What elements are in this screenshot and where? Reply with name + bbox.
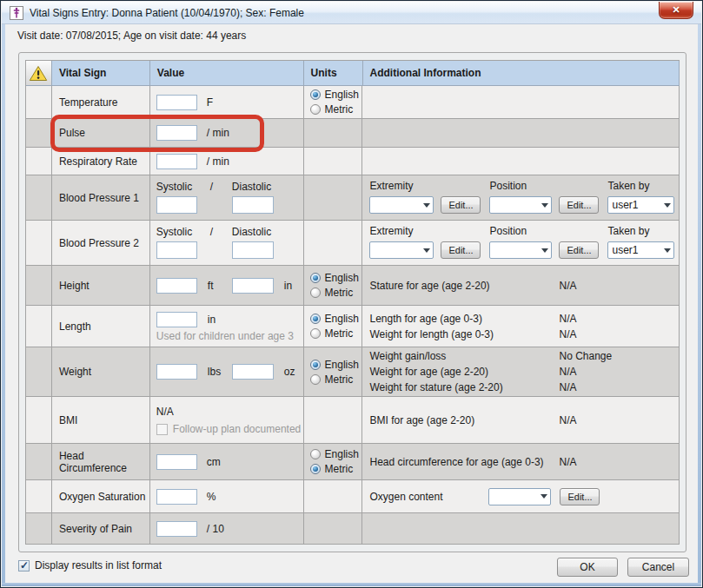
height-english-radio[interactable]: English <box>310 272 362 284</box>
pulse-input[interactable] <box>156 125 197 141</box>
bp1-systolic-input[interactable] <box>156 196 197 214</box>
oxygen-saturation-unit: % <box>207 491 216 503</box>
severity-of-pain-value-cell: / 10 <box>150 513 304 545</box>
vital-signs-entry-dialog: Vital Signs Entry: Donna Patient (10/04/… <box>0 0 703 588</box>
height-info-cell: Stature for age (age 2-20) N/A <box>362 266 680 306</box>
stat-label: Weight gain/loss <box>369 350 559 362</box>
weight-oz-input[interactable] <box>232 364 274 380</box>
temperature-input[interactable] <box>156 95 197 110</box>
cancel-button[interactable]: Cancel <box>627 558 689 577</box>
radio-selected-icon <box>310 89 321 100</box>
stat-line: Weight for stature (age 2-20) N/A <box>369 380 679 395</box>
table-row-blood-pressure-1: Blood Pressure 1 Systolic / Diastolic Ex… <box>26 175 680 221</box>
head-circumference-english-radio[interactable]: English <box>310 448 362 460</box>
head-circumference-info-cell: Head circumference for age (age 0-3) N/A <box>362 444 680 480</box>
temperature-metric-radio[interactable]: Metric <box>310 103 362 116</box>
bp2-extremity-dropdown[interactable] <box>369 241 434 259</box>
row-flag-cell <box>26 266 52 306</box>
bmi-label: BMI <box>52 397 150 444</box>
bp1-position-edit-button[interactable]: Edit... <box>559 196 599 214</box>
oxygen-saturation-label: Oxygen Saturation <box>52 480 150 513</box>
ok-button[interactable]: OK <box>557 558 618 577</box>
length-value-cell: in Used for children under age 3 <box>150 306 304 347</box>
table-row-head-circumference: Head Circumference cm English Metric <box>26 444 680 480</box>
followup-plan-checkbox[interactable] <box>156 424 168 435</box>
severity-of-pain-info-cell <box>362 513 680 545</box>
bmi-value: N/A <box>156 406 174 418</box>
row-flag-cell <box>26 347 52 397</box>
bp2-position-edit-button[interactable]: Edit... <box>559 241 599 259</box>
blood-pressure-1-label: Blood Pressure 1 <box>52 175 150 221</box>
taken-by-label: Taken by <box>607 180 674 192</box>
bp2-systolic-input[interactable] <box>156 241 197 259</box>
weight-metric-radio[interactable]: Metric <box>310 373 362 386</box>
chevron-down-icon <box>660 197 673 213</box>
stat-value: N/A <box>559 381 576 393</box>
bp1-position-dropdown[interactable] <box>489 196 552 214</box>
stat-line: Length for age (age 0-3) N/A <box>369 311 679 327</box>
oxygen-content-edit-button[interactable]: Edit... <box>560 488 600 505</box>
blood-pressure-1-info-cell: Extremity Edit... Position <box>362 175 680 221</box>
height-metric-radio[interactable]: Metric <box>310 287 362 299</box>
weight-unit-oz: oz <box>284 366 295 378</box>
stat-label: Length for age (age 0-3) <box>369 313 559 325</box>
length-input[interactable] <box>156 312 197 327</box>
radio-label: Metric <box>325 373 354 386</box>
bp1-diastolic-input[interactable] <box>232 196 274 214</box>
display-results-checkbox[interactable] <box>18 560 30 571</box>
height-units-cell: English Metric <box>304 266 363 306</box>
oxygen-content-dropdown[interactable] <box>488 488 551 505</box>
respiratory-rate-unit: / min <box>207 155 229 168</box>
button-label: Edit... <box>567 200 591 210</box>
row-flag-cell <box>26 148 52 175</box>
chevron-down-icon <box>420 197 433 213</box>
stat-value: N/A <box>559 414 576 426</box>
height-value-cell: ft in <box>150 266 304 306</box>
close-button[interactable]: ✕ <box>659 2 693 19</box>
bp1-extremity-dropdown[interactable] <box>369 196 434 214</box>
height-ft-input[interactable] <box>156 278 197 294</box>
height-unit-in: in <box>284 280 292 292</box>
stat-line: Weight gain/loss No Change <box>369 348 679 364</box>
radio-selected-icon <box>310 273 321 283</box>
stat-label: Weight for stature (age 2-20) <box>369 381 559 393</box>
stat-label: BMI for age (age 2-20) <box>369 414 559 426</box>
diastolic-label: Diastolic <box>232 181 271 193</box>
button-label: Edit... <box>448 245 473 255</box>
slash-label: / <box>210 181 213 193</box>
button-label: Cancel <box>642 561 674 573</box>
taken-by-label: Taken by <box>607 225 674 237</box>
head-circumference-input[interactable] <box>156 454 197 470</box>
respiratory-rate-info-cell <box>362 148 680 175</box>
bp1-extremity-edit-button[interactable]: Edit... <box>441 196 481 214</box>
weight-english-radio[interactable]: English <box>310 359 362 371</box>
length-metric-radio[interactable]: Metric <box>310 327 362 340</box>
head-circumference-metric-radio[interactable]: Metric <box>310 463 362 475</box>
weight-lbs-input[interactable] <box>156 364 197 380</box>
row-flag-cell <box>26 480 52 513</box>
radio-label: English <box>325 272 359 284</box>
length-english-radio[interactable]: English <box>310 313 362 325</box>
vital-signs-app-icon <box>10 6 23 20</box>
bp1-taken-by-dropdown[interactable]: user1 <box>607 196 674 214</box>
severity-of-pain-input[interactable] <box>156 521 197 537</box>
radio-label: English <box>325 359 359 371</box>
oxygen-saturation-input[interactable] <box>156 489 197 505</box>
bp2-extremity-edit-button[interactable]: Edit... <box>441 241 481 259</box>
dropdown-value: user1 <box>612 199 638 211</box>
table-header-row: Vital Sign Value Units Additional Inform… <box>26 61 680 86</box>
radio-selected-icon <box>310 464 321 474</box>
vital-signs-table: Vital Sign Value Units Additional Inform… <box>25 60 680 545</box>
bp2-taken-by-dropdown[interactable]: user1 <box>607 241 674 259</box>
titlebar[interactable]: Vital Signs Entry: Donna Patient (10/04/… <box>2 2 701 24</box>
stat-line: Stature for age (age 2-20) N/A <box>369 278 679 294</box>
height-in-input[interactable] <box>232 278 274 294</box>
temperature-english-radio[interactable]: English <box>310 89 362 101</box>
bp2-diastolic-input[interactable] <box>232 241 274 259</box>
stat-label: Weight for age (age 2-20) <box>369 366 559 378</box>
radio-selected-icon <box>310 314 321 324</box>
bp2-position-dropdown[interactable] <box>489 241 552 259</box>
severity-of-pain-units-cell <box>304 513 363 545</box>
respiratory-rate-input[interactable] <box>156 154 197 169</box>
stat-line: Head circumference for age (age 0-3) N/A <box>369 454 679 470</box>
